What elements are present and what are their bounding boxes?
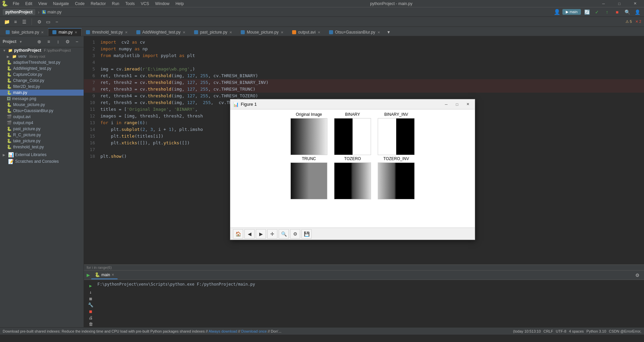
tab-output-avi[interactable]: output.avi ✕ [288,28,325,36]
tab-addweighted[interactable]: AddWeighted_test.py ✕ [132,28,190,36]
status-position[interactable]: 13:10 [532,329,541,333]
menu-code[interactable]: Code [72,1,87,7]
project-name-badge[interactable]: pythonProject [3,9,35,15]
settings-btn[interactable]: ⚙ [35,18,43,26]
always-download-link[interactable]: Always download [209,329,237,333]
sidebar-file-changecolor[interactable]: 🐍 Change_Color.py [0,78,84,84]
update-icon[interactable]: 🔄 [583,8,591,16]
sidebar-file-take[interactable]: 🐍 take_picture.py [0,138,84,144]
sidebar-nav-icon[interactable]: ⊕ [35,38,43,46]
run-tab-close-icon[interactable]: ✕ [111,273,114,277]
sidebar-file-filter2d[interactable]: 🐍 filter2D_test.py [0,84,84,90]
commit-icon[interactable]: ✓ [593,8,601,16]
tab-otsu[interactable]: Otsu+GaussianBlur.py ✕ [325,28,384,36]
sidebar-file-main[interactable]: 🐍 main.py [0,90,84,96]
tab-avi-close[interactable]: ✕ [318,31,320,34]
user-icon[interactable]: 👤 [554,9,560,15]
structure-btn[interactable]: ≡ [11,18,19,26]
run-tab-main[interactable]: 🐍 main ✕ [91,271,118,279]
bookmark-btn[interactable]: ☰ [20,18,28,26]
tab-main[interactable]: main.py ✕ [48,28,82,36]
run-trash-icon[interactable]: 🗑 [87,322,94,327]
minus-btn[interactable]: − [53,18,61,26]
sidebar-collapse-icon[interactable]: − [73,38,81,46]
menu-run[interactable]: Run [109,1,122,7]
sidebar-file-otsu[interactable]: 🐍 Otsu+GaussianBlur.py [0,108,84,114]
branch-button[interactable]: ▶ main [562,9,581,15]
figure-minimize-button[interactable]: ─ [442,101,451,108]
status-indent[interactable]: 4 spaces [569,329,584,333]
menu-file[interactable]: File [10,1,22,7]
run-print-icon[interactable]: 🖨 [87,315,94,320]
run-scroll-down-icon[interactable]: ↓ [87,290,94,295]
menu-refactor[interactable]: Refactor [88,1,108,7]
fig-save-button[interactable]: 💾 [302,229,312,239]
file-label-rc: R_C_picture.py [13,133,41,137]
sidebar-external-libs[interactable]: ▶ 📊 External Libraries [0,151,84,158]
menu-vcs[interactable]: VCS [138,1,152,7]
menu-tools[interactable]: Tools [123,1,137,7]
sidebar-settings-icon[interactable]: ⚙ [63,38,72,46]
sidebar-root-item[interactable]: ▼ 📁 pythonProject F:\pythonProject [0,47,84,53]
fig-back-button[interactable]: ◀ [244,229,255,239]
tab-past-icon [194,30,198,34]
sidebar-item-venv[interactable]: ▶ 📁 venv library root [0,53,84,59]
tab-past-close[interactable]: ✕ [229,31,232,34]
tab-active-close-icon[interactable]: ✕ [75,31,77,34]
sidebar-file-threshold[interactable]: 🐍 threshold_test.py [0,144,84,150]
tab-more[interactable]: ▼ [384,28,393,36]
download-once-link[interactable]: Download once [241,329,267,333]
sidebar-file-outputmp4[interactable]: 🎬 output.mp4 [0,120,84,126]
sidebar-list-icon[interactable]: ≡ [45,38,53,46]
tab-past-picture[interactable]: past_picture.py ✕ [190,28,236,36]
sidebar-scratches[interactable]: 📝 Scratches and Consoles [0,158,84,165]
tab-mouse-picture[interactable]: Mouse_picture.py ✕ [236,28,288,36]
menu-help[interactable]: Help [173,1,187,7]
layout-btn[interactable]: ▭ [44,18,52,26]
user-profile-icon[interactable]: 👤 [633,8,641,16]
tab-otsu-close[interactable]: ✕ [377,31,380,34]
tab-threshold-close-icon[interactable]: ✕ [125,31,128,34]
tab-take-picture[interactable]: take_picture.py ✕ [1,28,48,36]
tab-close-icon[interactable]: ✕ [41,31,44,34]
sidebar-file-capturecolor[interactable]: 🐍 CaptureColor.py [0,71,84,78]
menu-window[interactable]: Window [152,1,172,7]
sidebar-file-past[interactable]: 🐍 past_picture.py [0,126,84,132]
run-green-icon[interactable]: ▶ [87,273,90,278]
run-clear-icon[interactable]: ■ [87,309,94,314]
sidebar-file-message[interactable]: 🖼 message.png [0,96,84,102]
run-restart-icon[interactable]: ▶ [87,283,94,288]
sidebar-file-addweighted[interactable]: 🐍 AddWeighted_test.py [0,65,84,71]
tab-mouse-close[interactable]: ✕ [281,31,283,34]
sidebar-sort-icon[interactable]: ↕ [54,38,62,46]
run-debug-icon[interactable]: 🔧 [87,302,94,307]
sidebar-file-outputavi[interactable]: 🎬 output.avi [0,114,84,120]
sidebar-file-adaptive[interactable]: 🐍 adaptiveThreshold_test.py [0,59,84,65]
stop-icon[interactable]: ■ [613,8,621,16]
figure-maximize-button[interactable]: □ [453,101,461,108]
tab-threshold-test[interactable]: threshold_test.py ✕ [82,28,132,36]
maximize-button[interactable]: □ [612,0,627,7]
tab-addweighted-close[interactable]: ✕ [183,31,185,34]
fig-config-button[interactable]: ⚙ [290,229,300,239]
menu-navigate[interactable]: Navigate [50,1,72,7]
close-button[interactable]: ✕ [628,0,643,7]
fig-zoom-button[interactable]: 🔍 [279,229,289,239]
search-icon[interactable]: 🔍 [623,8,631,16]
fig-home-button[interactable]: 🏠 [233,229,243,239]
status-encoding[interactable]: UTF-8 [556,329,566,333]
figure-close-button[interactable]: ✕ [463,101,472,108]
push-icon[interactable]: ↑ [603,8,611,16]
sidebar-file-mouse[interactable]: 🐍 Mouse_picture.py [0,102,84,108]
sidebar-file-rc[interactable]: 🐍 R_C_picture.py [0,132,84,138]
minimize-button[interactable]: ─ [596,0,611,7]
run-stop-icon[interactable]: ■ [87,296,94,301]
run-settings-icon[interactable]: ⚙ [633,271,641,279]
status-linesep[interactable]: CRLF [544,329,553,333]
fig-pan-button[interactable]: ✛ [267,229,277,239]
menu-view[interactable]: View [36,1,50,7]
status-python[interactable]: Python 3.10 [587,329,606,333]
menu-edit[interactable]: Edit [22,1,35,7]
fig-forward-button[interactable]: ▶ [256,229,266,239]
project-view-btn[interactable]: 📁 [3,18,11,26]
